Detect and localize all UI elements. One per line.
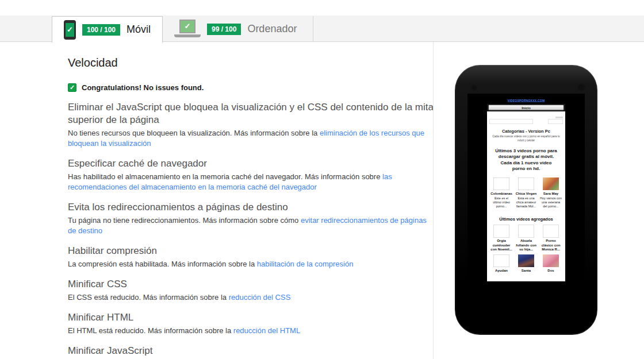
rule-body-text: El CSS está reducido. Más información so… (68, 293, 229, 302)
site-search-button (548, 119, 563, 125)
camera-icon (471, 85, 477, 90)
video-row: Orgía cumlouder con Noemil...Abuela foll… (489, 225, 563, 252)
rule-title: Habilitar compresión (68, 245, 440, 257)
video-description: Hoy vamos con una veterana del porno... (540, 196, 562, 208)
video-description: Esta es una chica amateur llamada Mol... (515, 196, 538, 208)
site-preview: VIDEOSPORNOXXX.COM Inicio (487, 96, 565, 307)
rule-section: Minificar JavaScriptEl contenido de Java… (68, 345, 442, 359)
tab-ordenador[interactable]: ✓ 99 / 100 Ordenador (163, 16, 313, 42)
rule-title: Especificar caché de navegador (68, 157, 440, 170)
green-check-icon: ✓ (68, 83, 76, 92)
site-nav: Inicio (487, 104, 565, 111)
rule-body-text: Has habilitado el almacenamiento en la m… (68, 172, 382, 181)
video-item: Abuela follando con su hija... (515, 225, 538, 252)
tab-bar: ✓ 100 / 100 Móvil ✓ 99 / 100 Ordenador (0, 16, 644, 42)
mobile-phone-icon: ✓ (64, 20, 76, 40)
site-categories-subtitle: Cada día nuevos vídeos xxx y porno en es… (492, 135, 560, 142)
site-nav-inicio-button: Inicio (489, 105, 564, 111)
video-thumbnail (518, 254, 534, 267)
rule-title: Eliminar el JavaScript que bloquea la vi… (68, 101, 440, 126)
site-body: Categorias - Version Pc Cada día nuevos … (487, 111, 565, 281)
phone-screen: VIDEOSPORNOXXX.COM Inicio (467, 94, 585, 310)
video-title: Chica Virgen (515, 191, 538, 196)
site-search-input (489, 119, 533, 125)
video-description: Este es el último vídeo porno... (490, 196, 513, 208)
rule-body: No tienes recursos que bloqueen la visua… (68, 128, 429, 149)
site-promo-text: Últimos 3 vídeos porno para descargar gr… (494, 148, 559, 172)
video-thumbnail (543, 177, 559, 190)
rule-body-text: El HTML está reducido. Más información s… (68, 326, 233, 335)
video-thumbnail (518, 177, 534, 190)
video-title: Ayudan (490, 268, 513, 273)
video-thumbnail (543, 254, 559, 267)
site-logo-link: VIDEOSPORNOXXX.COM (508, 99, 545, 102)
rule-section: Especificar caché de navegadorHas habili… (68, 157, 442, 192)
rule-more-info-link[interactable]: reducción del CSS (229, 293, 291, 302)
rule-section: Evita los redireccionamientos a páginas … (68, 201, 442, 236)
video-item: Ayudan (490, 254, 513, 273)
video-item: ColombianasEste es el último vídeo porno… (490, 177, 513, 209)
rule-sections: Eliminar el JavaScript que bloquea la vi… (68, 101, 442, 359)
rule-more-info-link[interactable]: habilitación de la compresión (257, 260, 354, 268)
check-icon: ✓ (179, 20, 195, 33)
camera-icon (578, 84, 585, 91)
page-title: Velocidad (68, 56, 442, 70)
desktop-laptop-icon: ✓ (174, 20, 201, 39)
preview-panel: VIDEOSPORNOXXX.COM Inicio (433, 42, 644, 359)
rule-body: Has habilitado el almacenamiento en la m… (68, 172, 429, 192)
video-thumbnail (493, 225, 509, 237)
video-title: Sara May (540, 191, 562, 196)
laptop-base (174, 34, 201, 37)
video-title: Porno clásico con Monica R... (540, 238, 562, 252)
phone-mockup: VIDEOSPORNOXXX.COM Inicio (455, 65, 597, 335)
video-item: Dos (540, 254, 562, 273)
congrats-row: ✓ Congratulations! No issues found. (68, 83, 442, 92)
site-search-right (548, 117, 563, 124)
video-title: Santa (515, 268, 538, 273)
video-thumbnail (493, 177, 509, 190)
rule-section: Minificar CSSEl CSS está reducido. Más i… (68, 278, 442, 303)
rule-more-info-link[interactable]: reducción del HTML (233, 326, 300, 335)
rule-title: Minificar CSS (68, 278, 440, 291)
site-page: VIDEOSPORNOXXX.COM Inicio (487, 96, 565, 281)
rule-body-text: No tienes recursos que bloqueen la visua… (68, 129, 320, 137)
check-icon: ✓ (66, 23, 74, 37)
tab-movil-label: Móvil (126, 24, 151, 36)
video-item: Sara MayHoy vamos con una veterana del p… (540, 177, 562, 209)
rule-title: Minificar JavaScript (68, 345, 440, 357)
desktop-score-badge: 99 / 100 (207, 24, 241, 35)
rule-section: Minificar HTMLEl HTML está reducido. Más… (68, 311, 442, 336)
rule-title: Evita los redireccionamientos a páginas … (68, 201, 440, 214)
report-column: Velocidad ✓ Congratulations! No issues f… (68, 56, 442, 359)
site-search-label (555, 117, 563, 118)
site-header: VIDEOSPORNOXXX.COM (487, 96, 565, 104)
video-row: ColombianasEste es el último vídeo porno… (489, 177, 563, 209)
video-title: Abuela follando con su hija... (515, 238, 538, 252)
site-search-row (489, 114, 563, 124)
rule-body: El HTML está reducido. Más información s… (68, 326, 429, 336)
video-title: Orgía cumlouder con Noemil... (490, 238, 513, 252)
tab-movil[interactable]: ✓ 100 / 100 Móvil (52, 16, 163, 43)
video-item: Santa (515, 254, 538, 273)
tab-ordenador-label: Ordenador (247, 23, 297, 35)
video-item: Chica VirgenEsta es una chica amateur ll… (515, 177, 538, 209)
video-item: Orgía cumlouder con Noemil... (490, 225, 513, 252)
rule-title: Minificar HTML (68, 311, 440, 324)
mobile-score-badge: 100 / 100 (82, 24, 120, 36)
video-item: Porno clásico con Monica R... (540, 225, 562, 252)
congrats-text: Congratulations! No issues found. (82, 83, 204, 92)
rule-body: Tu página no tiene redireccionamientos. … (68, 215, 429, 236)
video-thumbnail (543, 225, 559, 237)
rule-section: Eliminar el JavaScript que bloquea la vi… (68, 101, 442, 149)
video-row: AyudanSantaDos (489, 254, 563, 273)
video-title: Dos (540, 268, 562, 273)
video-thumbnail (493, 254, 509, 267)
video-title: Colombianas (490, 191, 513, 196)
site-categories-heading: Categorias - Version Pc (489, 129, 563, 134)
rule-body-text: La compresión está habilitada. Más infor… (68, 260, 257, 268)
rule-body: El CSS está reducido. Más información so… (68, 292, 429, 303)
rule-section: Habilitar compresiónLa compresión está h… (68, 245, 442, 269)
video-thumbnail (518, 225, 534, 237)
rule-body: La compresión está habilitada. Más infor… (68, 259, 429, 269)
rule-body-text: Tu página no tiene redireccionamientos. … (68, 216, 301, 225)
